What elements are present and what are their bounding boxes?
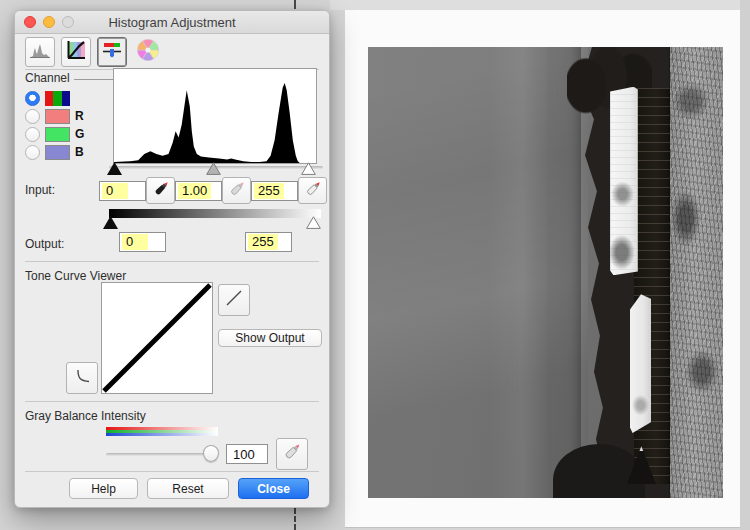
blue-swatch bbox=[45, 145, 70, 160]
guide-caret-top bbox=[294, 0, 296, 9]
linear-curve-icon bbox=[223, 287, 245, 313]
histogram-adjustment-dialog: Histogram Adjustment bbox=[14, 10, 330, 508]
input-shadow-value: 0 bbox=[102, 183, 128, 199]
red-label: R bbox=[75, 109, 84, 123]
channel-group-label: Channel bbox=[25, 71, 113, 85]
output-highlight-value: 255 bbox=[248, 234, 278, 250]
input-label: Input: bbox=[25, 183, 55, 197]
separator bbox=[25, 401, 319, 402]
green-label: G bbox=[75, 127, 84, 141]
output-highlight-field[interactable]: 255 bbox=[245, 232, 292, 252]
dialog-toolbar bbox=[25, 37, 163, 67]
gray-balance-label: Gray Balance Intensity bbox=[25, 409, 146, 423]
reset-button[interactable]: Reset bbox=[147, 478, 229, 499]
red-swatch bbox=[45, 109, 70, 124]
channel-option-rgb[interactable] bbox=[25, 90, 70, 106]
midtone-eyedropper-icon bbox=[227, 179, 247, 203]
shadow-eyedropper-button[interactable] bbox=[146, 177, 175, 204]
dialog-titlebar[interactable]: Histogram Adjustment bbox=[15, 11, 329, 34]
close-button-label: Close bbox=[257, 482, 290, 496]
rgb-swatch bbox=[45, 91, 70, 106]
input-gamma-field[interactable]: 1.00 bbox=[175, 181, 222, 201]
radio-blue[interactable] bbox=[25, 145, 40, 160]
color-wheel-icon bbox=[137, 39, 159, 65]
tone-curve-plot bbox=[102, 283, 212, 393]
radio-rgb[interactable] bbox=[25, 91, 40, 106]
output-shadow-field[interactable]: 0 bbox=[119, 232, 166, 252]
histogram-plot bbox=[114, 69, 316, 163]
gray-balance-eyedropper-icon bbox=[281, 441, 303, 467]
green-swatch bbox=[45, 127, 70, 142]
output-shadow-slider[interactable] bbox=[103, 216, 118, 229]
help-button[interactable]: Help bbox=[69, 478, 138, 499]
window-title: Histogram Adjustment bbox=[15, 15, 329, 30]
output-label: Output: bbox=[25, 237, 64, 251]
radio-green[interactable] bbox=[25, 127, 40, 142]
photo-canvas[interactable] bbox=[368, 47, 723, 498]
radio-red[interactable] bbox=[25, 109, 40, 124]
canvas-right-edge bbox=[740, 0, 750, 530]
levels-icon bbox=[102, 41, 122, 63]
gray-balance-slider-thumb[interactable] bbox=[203, 445, 219, 462]
separator bbox=[25, 261, 319, 262]
midtone-slider[interactable] bbox=[206, 162, 221, 175]
output-highlight-slider[interactable] bbox=[306, 216, 321, 229]
midtone-eyedropper-button[interactable] bbox=[222, 177, 251, 204]
highlight-eyedropper-icon bbox=[303, 179, 323, 203]
channel-option-red[interactable]: R bbox=[25, 108, 84, 124]
curves-icon bbox=[66, 40, 86, 64]
input-highlight-field[interactable]: 255 bbox=[251, 181, 298, 201]
blue-label: B bbox=[75, 145, 84, 159]
levels-panel-button[interactable] bbox=[97, 37, 127, 67]
show-output-button[interactable]: Show Output bbox=[218, 329, 322, 347]
guide-caret-bottom bbox=[294, 508, 296, 530]
help-button-label: Help bbox=[91, 482, 116, 496]
show-output-label: Show Output bbox=[235, 331, 304, 345]
reset-button-label: Reset bbox=[172, 482, 203, 496]
shadow-eyedropper-icon bbox=[151, 179, 171, 203]
tone-curve-display bbox=[101, 282, 213, 394]
output-gradient-bar bbox=[109, 209, 321, 218]
highlight-slider[interactable] bbox=[301, 162, 316, 175]
input-shadow-field[interactable]: 0 bbox=[99, 181, 146, 201]
highlight-eyedropper-button[interactable] bbox=[298, 177, 327, 204]
linear-curve-button[interactable] bbox=[218, 284, 250, 316]
separator bbox=[25, 471, 319, 472]
gray-balance-gradient bbox=[106, 427, 218, 436]
tone-curve-label: Tone Curve Viewer bbox=[25, 269, 126, 283]
gray-balance-field[interactable]: 100 bbox=[226, 444, 268, 464]
channel-option-green[interactable]: G bbox=[25, 126, 84, 142]
color-wheel-button[interactable] bbox=[133, 37, 163, 67]
canvas-top-edge bbox=[330, 0, 750, 10]
curves-panel-button[interactable] bbox=[61, 37, 91, 67]
histogram-panel-button[interactable] bbox=[25, 37, 55, 67]
photo-barn-roof-large bbox=[610, 87, 638, 276]
gamma-curve-button[interactable] bbox=[66, 362, 98, 394]
document-page bbox=[345, 10, 740, 528]
input-row: 0 1.00 255 bbox=[99, 177, 327, 204]
photo-barn-roof-small bbox=[630, 294, 651, 433]
gray-balance-slider-track[interactable] bbox=[106, 453, 218, 456]
channel-option-blue[interactable]: B bbox=[25, 144, 84, 160]
gray-balance-eyedropper-button[interactable] bbox=[276, 438, 308, 470]
histogram-shape bbox=[114, 83, 316, 163]
input-gamma-value: 1.00 bbox=[178, 183, 211, 199]
gray-balance-value: 100 bbox=[233, 447, 255, 462]
photo-grass bbox=[670, 47, 723, 498]
channel-label-rule bbox=[74, 79, 113, 80]
input-highlight-value: 255 bbox=[254, 183, 284, 199]
close-button[interactable]: Close bbox=[238, 478, 309, 499]
channel-label: Channel bbox=[25, 71, 70, 85]
histogram-icon bbox=[30, 41, 50, 63]
histogram-display bbox=[113, 68, 317, 164]
output-shadow-value: 0 bbox=[122, 234, 148, 250]
blue-fade-strip bbox=[106, 433, 218, 436]
shadow-slider[interactable] bbox=[107, 162, 122, 175]
gamma-curve-icon bbox=[71, 365, 93, 391]
